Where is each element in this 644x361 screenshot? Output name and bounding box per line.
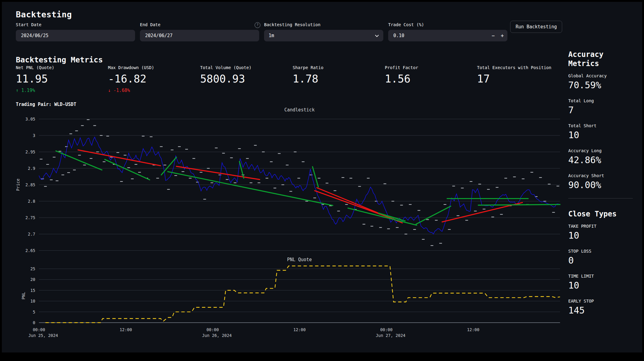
time-axis-tick: 12:00 (467, 327, 479, 332)
sidebar-item-value: 42.86% (568, 155, 634, 165)
accuracy-sidebar: Accuracy Metrics Global Accuracy 70.59% … (568, 50, 634, 324)
metric-net-pnl: Net PNL (Quote) 11.95 ↑ 1.19% (16, 65, 107, 93)
end-date-label: End Date (140, 22, 259, 27)
sidebar-item-label: EARLY STOP (568, 299, 634, 303)
sidebar-item-label: STOP LOSS (568, 249, 634, 254)
sidebar-item-value: 70.59% (568, 80, 634, 90)
resolution-field-group: Backtesting Resolution 1m (264, 22, 383, 41)
sidebar-item-global-accuracy: Global Accuracy 70.59% (568, 73, 634, 90)
trade-cost-label: Trade Cost (%) (388, 22, 507, 27)
sidebar-item-take-profit: TAKE PROFIT 10 (568, 224, 634, 241)
metric-total-volume: Total Volume (Quote) 5800.93 (200, 65, 291, 85)
pnl-axis-tick: 25 (30, 266, 35, 271)
close-types-heading: Close Types (568, 209, 634, 219)
metric-label: Sharpe Ratio (293, 65, 384, 70)
trading-pair-label: Trading Pair: WLD-USDT (16, 102, 76, 107)
price-axis-tick: 2.7 (28, 232, 35, 237)
delta-value: -1.68% (113, 88, 130, 93)
date-axis-tick: Jun 25, 2024 (28, 333, 58, 338)
metric-delta: ↓ -1.68% (108, 88, 199, 93)
pnl-subplot-title: PNL Quote (287, 257, 312, 262)
price-axis-tick: 2.75 (25, 215, 35, 220)
end-date-input[interactable] (140, 30, 259, 41)
metric-value: -16.82 (108, 73, 199, 85)
price-axis-tick: 3.05 (25, 117, 35, 121)
sidebar-item-label: Total Short (568, 123, 634, 128)
losing-trade-line (315, 191, 395, 219)
sidebar-item-value: 145 (568, 305, 634, 316)
backtesting-page: Backtesting Start Date End Date ? Backte… (2, 2, 642, 352)
end-date-field-group: End Date (140, 22, 259, 41)
metric-label: Total Executors with Position (477, 65, 568, 70)
metric-label: Max Drawdown (USD) (108, 65, 199, 70)
sidebar-item-label: Total Long (568, 98, 634, 103)
resolution-label: Backtesting Resolution (264, 22, 383, 27)
metric-value: 5800.93 (200, 73, 291, 85)
metric-max-drawdown: Max Drawdown (USD) -16.82 ↓ -1.68% (108, 65, 199, 93)
sidebar-item-label: Accuracy Short (568, 173, 634, 178)
chevron-down-icon (375, 34, 379, 38)
metric-label: Net PNL (Quote) (16, 65, 107, 70)
price-axis-tick: 2.85 (25, 182, 35, 187)
time-axis-tick: 00:00 (33, 327, 45, 332)
pnl-axis-tick: 5 (33, 310, 35, 314)
accuracy-metrics-heading: Accuracy Metrics (568, 50, 634, 68)
time-axis-tick: 12:00 (293, 327, 306, 332)
sidebar-item-time-limit: TIME LIMIT 10 (568, 274, 634, 291)
price-axis-title: Price (16, 179, 20, 191)
delta-down-arrow-icon: ↓ (108, 88, 111, 93)
sidebar-item-value: 0 (568, 255, 634, 266)
metric-label: Profit Factor (385, 65, 476, 70)
price-axis-tick: 3 (33, 133, 35, 138)
trade-cost-input[interactable]: − + (388, 30, 507, 41)
resolution-selected-value: 1m (269, 33, 274, 38)
sidebar-divider (568, 198, 633, 198)
metric-sharpe-ratio: Sharpe Ratio 1.78 (293, 65, 384, 85)
delta-up-arrow-icon: ↑ (16, 88, 19, 93)
sidebar-item-label: Accuracy Long (568, 148, 634, 153)
price-axis-tick: 2.95 (25, 149, 35, 154)
sidebar-item-early-stop: EARLY STOP 145 (568, 299, 634, 316)
trade-cost-increment-button[interactable]: + (497, 30, 507, 41)
sidebar-item-value: 10 (568, 280, 634, 291)
sidebar-item-stop-loss: STOP LOSS 0 (568, 249, 634, 266)
resolution-select[interactable]: 1m (264, 30, 383, 41)
price-axis-tick: 2.9 (28, 166, 35, 171)
winning-trade-line (478, 205, 560, 205)
end-date-help-icon[interactable]: ? (255, 22, 260, 28)
winning-trade-line (239, 161, 244, 178)
candlestick-subplot-title: Candlestick (284, 107, 315, 113)
winning-trade-line (56, 151, 102, 170)
time-axis-tick: 00:00 (207, 327, 219, 332)
trade-cost-value[interactable] (393, 33, 479, 39)
page-title: Backtesting (16, 10, 72, 19)
sidebar-item-label: TIME LIMIT (568, 274, 634, 279)
start-date-value[interactable] (20, 33, 131, 39)
metric-value: 11.95 (16, 73, 107, 85)
price-axis-tick: 2.8 (28, 199, 35, 204)
winning-trade-line (312, 167, 318, 187)
end-date-value[interactable] (144, 33, 255, 39)
trade-cost-field-group: Trade Cost (%) − + (388, 22, 507, 41)
start-date-label: Start Date (16, 22, 135, 27)
pnl-axis-title: PNL (21, 292, 26, 299)
price-line-series (39, 137, 560, 234)
sidebar-item-accuracy-short: Accuracy Short 90.00% (568, 173, 634, 190)
run-backtesting-button[interactable]: Run Backtesting (510, 21, 562, 33)
losing-trade-line (78, 150, 160, 166)
price-axis-tick: 2.65 (25, 248, 35, 253)
winning-trade-line (168, 172, 332, 205)
pnl-axis-tick: 10 (30, 299, 35, 303)
start-date-input[interactable] (16, 30, 135, 41)
sidebar-item-value: 7 (568, 105, 634, 115)
trade-cost-decrement-button[interactable]: − (488, 30, 498, 41)
sidebar-item-label: TAKE PROFIT (568, 224, 634, 229)
metric-value: 17 (477, 73, 568, 85)
date-axis-tick: Jun 27, 2024 (376, 333, 406, 338)
metric-label: Total Volume (Quote) (200, 65, 291, 70)
sidebar-item-value: 90.00% (568, 180, 634, 190)
sidebar-item-label: Global Accuracy (568, 73, 634, 78)
winning-trade-line (348, 208, 417, 225)
delta-value: 1.19% (21, 88, 35, 93)
backtesting-charts-canvas[interactable]: CandlestickPNL Quote3.0532.952.92.852.82… (12, 98, 564, 346)
